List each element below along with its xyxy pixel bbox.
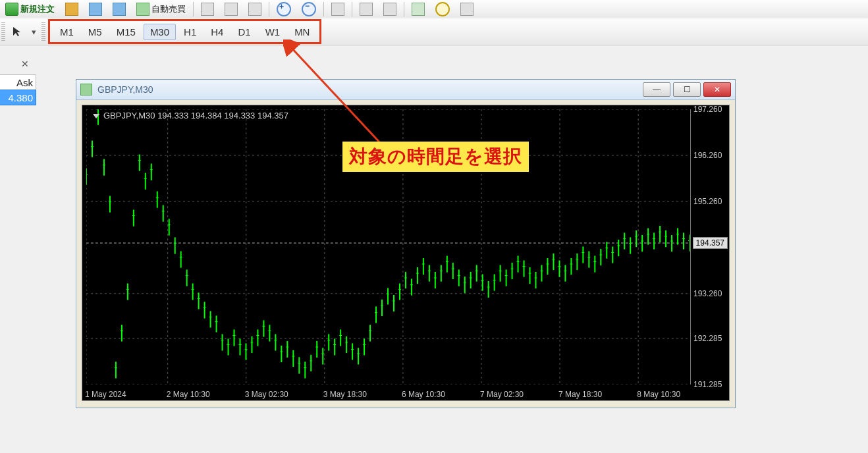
new-order-icon [5, 3, 18, 16]
close-button[interactable]: ✕ [703, 82, 731, 97]
x-axis-label: 7 May 02:30 [480, 390, 524, 399]
current-price-tag: 194.357 [693, 237, 728, 249]
toolbar-separator [193, 2, 194, 16]
signal-icon [113, 3, 126, 16]
close-icon[interactable]: ✕ [21, 59, 29, 69]
toolbar-separator [352, 2, 352, 16]
toolbar-button-auto[interactable] [379, 2, 400, 16]
chart-window: GBPJPY,M30 — ☐ ✕ GBPJPY,M30 194.333 194.… [76, 79, 736, 408]
x-axis-label: 1 May 2024 [85, 390, 126, 399]
auto-trade-button[interactable]: 自動売買 [132, 2, 190, 16]
toolbar-grip[interactable] [1, 22, 5, 41]
new-order-label: 新規注文 [20, 3, 55, 15]
chart-window-titlebar[interactable]: GBPJPY,M30 — ☐ ✕ [76, 80, 735, 100]
dropdown-arrow-icon[interactable]: ▾ [32, 27, 36, 37]
chart-type-bar-button[interactable] [197, 2, 218, 16]
main-toolbar: 新規注文 自動売買 [0, 0, 868, 19]
timeframe-group: M1M5M15M30H1H4D1W1MN [48, 19, 321, 44]
zoom-out-icon [302, 2, 316, 16]
chart-y-axis: 197.260196.260195.260194.357193.260192.2… [690, 109, 729, 385]
timeframe-m1-button[interactable]: M1 [53, 24, 80, 40]
annotation-callout: 対象の時間足を選択 [342, 142, 529, 172]
ask-header: Ask [0, 74, 36, 90]
x-axis-label: 3 May 18:30 [323, 390, 367, 399]
chart-type-candle-button[interactable] [221, 2, 242, 16]
maximize-button[interactable]: ☐ [673, 82, 701, 97]
x-axis-label: 6 May 10:30 [402, 390, 445, 399]
autoscroll-icon [383, 3, 396, 16]
toolbar-separator [269, 2, 269, 16]
ask-value: 4.380 [0, 90, 36, 105]
toolbar-separator [404, 2, 404, 16]
auto-trade-icon [136, 3, 149, 16]
x-axis-label: 2 May 10:30 [167, 390, 210, 399]
x-axis-label: 8 May 10:30 [637, 390, 680, 399]
auto-trade-label: 自動売買 [151, 3, 186, 15]
toolbar-separator [323, 2, 324, 16]
folder-icon [65, 3, 78, 16]
toolbar-grip[interactable] [41, 22, 45, 41]
zoom-in-button[interactable] [273, 2, 295, 16]
x-axis-label: 7 May 18:30 [558, 390, 602, 399]
cursor-icon[interactable] [12, 26, 24, 38]
bar-chart-icon [201, 3, 214, 16]
timeframe-m5-button[interactable]: M5 [82, 24, 109, 40]
chart-window-icon [80, 84, 92, 95]
candle-chart-icon [225, 3, 238, 16]
line-chart-icon [248, 3, 261, 16]
timeframe-d1-button[interactable]: D1 [231, 24, 257, 40]
zoom-out-button[interactable] [298, 2, 320, 16]
minimize-button[interactable]: — [643, 82, 670, 97]
timeframe-m30-button[interactable]: M30 [144, 24, 176, 40]
timeframe-toolbar: ▾ M1M5M15M30H1H4D1W1MN [0, 18, 868, 45]
clock-icon [435, 2, 450, 16]
y-axis-label: 195.260 [693, 197, 722, 206]
y-axis-label: 193.260 [693, 289, 722, 298]
timeframe-h4-button[interactable]: H4 [204, 24, 230, 40]
y-axis-label: 196.260 [693, 151, 722, 160]
chart-x-axis: 1 May 20242 May 10:303 May 02:303 May 18… [86, 386, 690, 399]
timeframe-m15-button[interactable]: M15 [110, 24, 142, 40]
toolbar-button-tpl[interactable] [456, 2, 477, 16]
chart-ohlc-text: GBPJPY,M30 194.333 194.384 194.333 194.3… [93, 111, 288, 120]
x-axis-label: 3 May 02:30 [245, 390, 288, 399]
toolbar-button-3[interactable] [109, 2, 130, 16]
cloud-icon [89, 3, 102, 16]
y-axis-label: 191.285 [693, 380, 722, 389]
timeframe-h1-button[interactable]: H1 [177, 24, 203, 40]
timeframe-mn-button[interactable]: MN [288, 24, 316, 40]
toolbar-button-grid[interactable] [327, 2, 348, 16]
timeframe-w1-button[interactable]: W1 [259, 24, 287, 40]
shift-icon [360, 3, 373, 16]
chart-type-line-button[interactable] [244, 2, 265, 16]
toolbar-button-shift[interactable] [356, 2, 377, 16]
zoom-in-icon [277, 2, 291, 16]
template-icon [460, 3, 474, 16]
toolbar-button-ind[interactable] [408, 2, 429, 16]
y-axis-label: 197.260 [693, 105, 722, 114]
new-order-button[interactable]: 新規注文 [1, 2, 59, 16]
toolbar-button-period[interactable] [431, 2, 454, 16]
indicator-icon [412, 3, 425, 16]
y-axis-label: 192.285 [693, 334, 722, 343]
grid-icon [331, 3, 344, 16]
toolbar-button-2[interactable] [85, 2, 106, 16]
chevron-down-icon[interactable] [93, 114, 99, 119]
toolbar-button-1[interactable] [61, 2, 82, 16]
chart-window-title: GBPJPY,M30 [97, 84, 637, 95]
